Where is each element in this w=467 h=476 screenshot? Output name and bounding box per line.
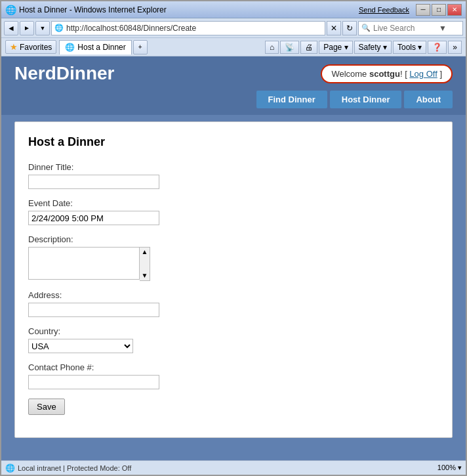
zoom-button[interactable]: 100% ▾: [437, 464, 462, 472]
page-menu-button[interactable]: Page ▾: [319, 41, 352, 54]
site-logo: NerdDinner: [14, 63, 114, 84]
address-input[interactable]: [66, 24, 322, 33]
title-bar: 🌐 Host a Dinner - Windows Internet Explo…: [1, 1, 466, 18]
tab-label: Host a Dinner: [77, 43, 125, 52]
live-search-icon: 🔍: [361, 24, 371, 32]
status-globe-icon: 🌐: [5, 464, 15, 473]
favorites-toolbar: ★ Favorites 🌐 Host a Dinner + ⌂ 📡 🖨 Page…: [1, 38, 466, 56]
address-label: Address:: [28, 290, 439, 300]
tab-bar: 🌐 Host a Dinner +: [59, 40, 262, 54]
site-header: NerdDinner Welcome scottgu! [ Log Off ]: [1, 56, 466, 91]
address-bar[interactable]: 🌐: [51, 21, 325, 35]
content-panel: Host a Dinner Dinner Title: Event Date:: [14, 121, 453, 438]
address-toolbar: ◄ ► ▼ 🌐 ✕ ↻ 🔍 ▼: [1, 18, 466, 38]
window-title: Host a Dinner - Windows Internet Explore…: [19, 5, 167, 14]
nav-tabs: Find Dinner Host Dinner About: [1, 91, 466, 115]
save-group: Save: [28, 399, 439, 415]
send-feedback-button[interactable]: Send Feedback: [359, 6, 409, 14]
more-button[interactable]: »: [448, 41, 462, 54]
forward-button[interactable]: ►: [20, 21, 34, 35]
back-button[interactable]: ◄: [4, 21, 18, 35]
close-button[interactable]: ✕: [447, 4, 462, 16]
description-textarea[interactable]: [28, 247, 140, 280]
tab-icon: 🌐: [65, 43, 75, 52]
help-button[interactable]: ❓: [428, 41, 447, 54]
safety-menu-button[interactable]: Safety ▾: [354, 41, 392, 54]
event-date-label: Event Date:: [28, 198, 439, 208]
address-group: Address:: [28, 290, 439, 317]
dinner-title-input[interactable]: [28, 175, 159, 189]
event-date-group: Event Date:: [28, 198, 439, 225]
minimize-button[interactable]: ─: [416, 4, 430, 16]
welcome-suffix: ! [: [400, 69, 409, 79]
username: scottgu: [369, 69, 400, 79]
save-button[interactable]: Save: [28, 399, 65, 415]
refresh-button[interactable]: ↻: [342, 21, 357, 35]
contact-phone-group: Contact Phone #:: [28, 362, 439, 389]
welcome-text: Welcome: [331, 69, 369, 79]
window-controls: ─ □ ✕: [416, 4, 462, 16]
page-title: Host a Dinner: [28, 135, 439, 149]
title-bar-left: 🌐 Host a Dinner - Windows Internet Explo…: [5, 5, 167, 15]
description-group: Description: ▲ ▼: [28, 234, 439, 281]
favorites-button[interactable]: ★ Favorites: [5, 40, 56, 54]
dinner-title-group: Dinner Title:: [28, 162, 439, 189]
country-group: Country: USA UK Canada Australia: [28, 326, 439, 353]
status-bar: 🌐 Local intranet | Protected Mode: Off 1…: [1, 460, 466, 475]
contact-phone-input[interactable]: [28, 375, 159, 389]
dropdown-button[interactable]: ▼: [35, 21, 50, 35]
refresh-stop-button[interactable]: ✕: [327, 21, 341, 35]
dinner-title-label: Dinner Title:: [28, 162, 439, 172]
contact-phone-label: Contact Phone #:: [28, 362, 439, 372]
textarea-scroll-up[interactable]: ▲: [142, 249, 148, 255]
favorites-label: Favorites: [20, 43, 52, 52]
print-button[interactable]: 🖨: [300, 41, 317, 54]
description-label: Description:: [28, 234, 439, 244]
event-date-input[interactable]: [28, 211, 159, 225]
logoff-link[interactable]: Log Off: [409, 69, 437, 79]
page-area: NerdDinner Welcome scottgu! [ Log Off ] …: [1, 56, 466, 460]
browser-window: 🌐 Host a Dinner - Windows Internet Explo…: [0, 0, 467, 476]
new-tab-button[interactable]: +: [133, 40, 148, 54]
search-submit-button[interactable]: ▼: [439, 24, 447, 33]
country-label: Country:: [28, 326, 439, 336]
star-icon: ★: [10, 42, 18, 52]
host-dinner-form: Dinner Title: Event Date: Description:: [28, 162, 439, 415]
welcome-box: Welcome scottgu! [ Log Off ]: [321, 64, 453, 83]
main-content: Host a Dinner Dinner Title: Event Date:: [1, 115, 466, 460]
find-dinner-tab[interactable]: Find Dinner: [256, 91, 327, 108]
status-text: Local intranet | Protected Mode: Off: [18, 464, 131, 472]
host-dinner-tab[interactable]: Host Dinner: [330, 91, 402, 108]
home-button[interactable]: ⌂: [265, 41, 279, 54]
status-right: 100% ▾: [437, 464, 462, 472]
textarea-scroll-down[interactable]: ▼: [142, 272, 148, 279]
address-icon: 🌐: [54, 24, 64, 32]
country-select[interactable]: USA UK Canada Australia: [28, 339, 133, 353]
ie-tab[interactable]: 🌐 Host a Dinner: [59, 40, 131, 54]
tools-menu-button[interactable]: Tools ▾: [393, 41, 426, 54]
welcome-end: ]: [437, 69, 442, 79]
ie-logo-icon: 🌐: [5, 5, 16, 15]
rss-button[interactable]: 📡: [280, 41, 299, 54]
zoom-level: 100%: [437, 464, 456, 471]
search-bar[interactable]: 🔍 ▼: [358, 21, 463, 35]
about-tab[interactable]: About: [404, 91, 453, 108]
maximize-button[interactable]: □: [432, 4, 446, 16]
search-input[interactable]: [373, 24, 439, 33]
address-input-field[interactable]: [28, 303, 159, 317]
toolbar-actions: ⌂ 📡 🖨 Page ▾ Safety ▾ Tools ▾ ❓ »: [265, 41, 462, 54]
